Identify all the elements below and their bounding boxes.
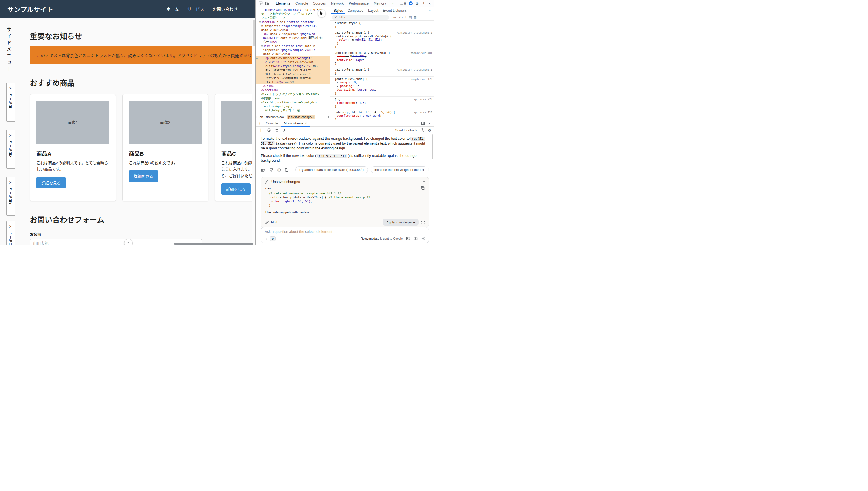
ai-toolbar: ＋ Send feedback ? ⚙ [256, 127, 434, 134]
history-icon[interactable] [267, 128, 271, 132]
tab-styles[interactable]: Styles [331, 7, 345, 14]
breadcrumb-item-p[interactable]: p.ai-style-change-1 [287, 115, 315, 119]
css-row: css [265, 186, 425, 190]
breadcrumb-right-icon[interactable] [327, 116, 329, 118]
relevant-data-link[interactable]: Relevant data [360, 237, 379, 240]
site-title: サンプルサイト [7, 4, 53, 13]
settings-gear-icon[interactable]: ⚙ [416, 2, 419, 5]
tab-event-listeners[interactable]: Event Listeners [381, 7, 409, 14]
drawer-tab-actions: × [421, 122, 432, 125]
close-ai-tab-icon[interactable]: × [305, 122, 307, 125]
notice-box: このテキストは背景色とのコントラストが低く、読みにくくなっています。アクセシビリ… [30, 46, 255, 64]
tab-elements[interactable]: Elements [273, 0, 293, 7]
inspect-element-icon[interactable] [257, 1, 264, 5]
send-icon[interactable] [421, 237, 425, 241]
help-icon[interactable]: ? [421, 128, 424, 132]
new-style-rule-button[interactable]: + [405, 15, 407, 19]
ai-chat: To make the text more readable against t… [256, 134, 434, 246]
issues-counter[interactable]: 6 [400, 2, 406, 5]
nav-contact[interactable]: お問い合わせ [213, 6, 238, 12]
product-desc-c: これは商品Cの説明文です。長い説明文がここに入ります。特別な機能を持っており、ご… [221, 160, 255, 179]
close-drawer-icon[interactable]: × [428, 122, 431, 125]
sidebar-item-4[interactable]: メニュー項目4 [6, 221, 16, 246]
elements-tree[interactable]: "pages/sample.vue:33:7" data-v-8e5<!-- お… [256, 7, 330, 114]
breadcrumb-left-icon[interactable] [256, 116, 259, 118]
page-vertical-scrollbar-thumb[interactable] [253, 20, 255, 47]
suggestion-chip-1[interactable]: Try another dark color like black (`#000… [295, 166, 368, 173]
layout-sidebar-icon[interactable]: ▥ [414, 16, 416, 19]
send-feedback-link[interactable]: Send feedback [395, 128, 417, 132]
thumbs-up-icon[interactable] [261, 168, 265, 172]
tab-computed[interactable]: Computed [345, 7, 366, 14]
dock-panel-icon[interactable] [421, 122, 425, 125]
code-caution-link[interactable]: Use code snippets with caution [265, 210, 309, 214]
apply-to-workspace-button[interactable]: Apply to workspace [383, 219, 419, 226]
edit-off-icon [265, 221, 269, 224]
styles-filter-row: Filter :hov .cls + ▤ ▥ [330, 14, 434, 21]
select-context-icon[interactable] [265, 237, 268, 240]
product-card-c: 画像3 商品C これは商品Cの説明文です。長い説明文がここに入ります。特別な機能… [215, 94, 255, 201]
copy-code-icon[interactable] [421, 186, 425, 190]
export-chat-icon[interactable] [283, 128, 287, 132]
chevron-up-icon [127, 242, 130, 244]
kebab-menu-icon[interactable]: ⋮ [422, 2, 425, 5]
computed-sidebar-icon[interactable]: ▤ [409, 16, 412, 19]
apply-info-icon[interactable]: i [421, 221, 425, 224]
delete-chat-icon[interactable] [275, 128, 279, 132]
collapse-icon[interactable] [423, 181, 425, 183]
tab-drawer-console[interactable]: Console [263, 120, 281, 127]
page-vertical-scrollbar[interactable] [252, 18, 255, 246]
speech-bubble-icon [400, 2, 403, 5]
tab-console[interactable]: Console [293, 0, 310, 7]
style-rules[interactable]: element.style {}*inspector-stylesheet:2.… [330, 21, 434, 120]
product-image-b: 画像2 [129, 101, 202, 144]
drawer-kebab-icon[interactable]: ⋮ [258, 122, 262, 125]
detail-button-c[interactable]: 詳細を見る [221, 183, 251, 195]
styles-tabs: Styles Computed Layout Event Listeners » [330, 7, 434, 14]
copy-response-icon[interactable] [284, 168, 288, 172]
sidebar-item-3[interactable]: メニュー項目3 [6, 177, 16, 216]
more-styles-tabs-icon[interactable]: » [426, 7, 433, 14]
drawer-scrollbar-thumb[interactable] [432, 134, 433, 160]
tab-performance[interactable]: Performance [346, 0, 371, 7]
site-main: 重要なお知らせ このテキストは背景色とのコントラストが低く、読みにくくなっていま… [30, 18, 255, 246]
detail-button-b[interactable]: 詳細を見る [129, 170, 158, 182]
ai-prompt-placeholder[interactable]: Ask a question about the selected elemen… [265, 230, 425, 234]
suggestion-chip-2[interactable]: Increase the font-weight of the tex [371, 166, 425, 173]
breadcrumb-item-section[interactable]: on [260, 115, 263, 119]
camera-icon[interactable] [414, 237, 418, 241]
tab-memory[interactable]: Memory [371, 0, 389, 7]
ai-settings-gear-icon[interactable]: ⚙ [428, 128, 431, 132]
drawer-tabs: ⋮ Console AI assistance × × [256, 120, 434, 127]
context-element-chip[interactable]: p [270, 236, 276, 241]
tab-sources[interactable]: Sources [310, 0, 328, 7]
detail-button-a[interactable]: 詳細を見る [36, 177, 66, 189]
more-tabs-icon[interactable]: » [389, 0, 396, 7]
chips-scroll-right-icon[interactable] [427, 168, 429, 171]
css-code: /* related resource: sample.vue:401:1 */… [265, 191, 425, 207]
new-chat-icon[interactable]: ＋ [259, 128, 263, 133]
nav-home[interactable]: ホーム [166, 6, 179, 12]
sidebar-item-2[interactable]: メニュー項目2 [6, 130, 16, 169]
report-icon[interactable]: i [277, 168, 281, 172]
styles-filter-input[interactable]: Filter [332, 15, 389, 20]
nav-services[interactable]: サービス [187, 6, 204, 12]
toggle-cls-button[interactable]: .cls [399, 16, 403, 19]
unsaved-changes-header[interactable]: Unsaved changes [261, 177, 429, 185]
feedback-row: i Try another dark color like black (`#0… [261, 166, 429, 173]
page-horizontal-scrollbar-thumb[interactable] [174, 242, 253, 244]
ai-prompt-box[interactable]: Ask a question about the selected elemen… [261, 227, 429, 243]
ai-assistance-icon[interactable] [409, 1, 413, 5]
scroll-top-button[interactable] [124, 239, 133, 246]
thumbs-down-icon[interactable] [269, 168, 273, 172]
breadcrumb-item-div[interactable]: div.notice-box [266, 115, 284, 119]
toolbar-right: 6 ⚙ ⋮ × [400, 1, 432, 5]
sidebar-item-1[interactable]: メニュー項目1 [6, 83, 16, 122]
toggle-hov-button[interactable]: :hov [391, 16, 397, 19]
tab-ai-assistance[interactable]: AI assistance × [281, 120, 310, 127]
tab-layout[interactable]: Layout [366, 7, 381, 14]
device-toolbar-icon[interactable] [264, 1, 270, 5]
attach-image-icon[interactable] [406, 237, 410, 241]
tab-network[interactable]: Network [328, 0, 346, 7]
close-devtools-icon[interactable]: × [428, 2, 431, 5]
